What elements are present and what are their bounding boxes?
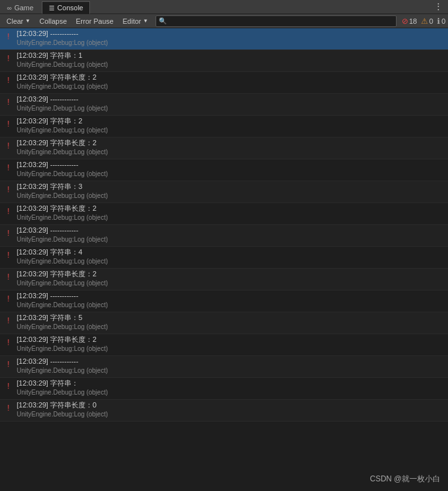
log-main-text: [12:03:29] ------------	[17, 94, 445, 104]
log-text: [12:03:29] 字符串：2UnityEngine.Debug:Log (o…	[17, 116, 445, 135]
log-main-text: [12:03:29] 字符串：	[17, 379, 445, 388]
log-sub-text: UnityEngine.Debug:Log (object)	[17, 257, 445, 266]
log-row[interactable]: ![12:03:29] 字符串长度：0UnityEngine.Debug:Log…	[0, 400, 448, 422]
log-main-text: [12:03:29] ------------	[17, 226, 445, 235]
log-text: [12:03:29] ------------UnityEngine.Debug…	[17, 291, 445, 310]
console-log-area[interactable]: ![12:03:29] ------------UnityEngine.Debu…	[0, 28, 448, 491]
log-error-icon: !	[3, 249, 14, 260]
log-sub-text: UnityEngine.Debug:Log (object)	[17, 39, 445, 48]
editor-button[interactable]: Editor ▼	[119, 15, 152, 27]
log-text: [12:03:29] 字符串长度：2UnityEngine.Debug:Log …	[17, 138, 445, 157]
log-main-text: [12:03:29] 字符串长度：2	[17, 73, 445, 82]
log-error-icon: !	[3, 139, 14, 151]
tab-game[interactable]: ∞ Game	[0, 1, 40, 14]
log-row[interactable]: ![12:03:29] 字符串：4UnityEngine.Debug:Log (…	[0, 247, 448, 269]
log-main-text: [12:03:29] ------------	[17, 160, 445, 170]
log-sub-text: UnityEngine.Debug:Log (object)	[17, 148, 445, 157]
clear-button[interactable]: Clear ▼	[3, 15, 34, 27]
log-error-icon: !	[3, 227, 14, 238]
log-error-icon: !	[3, 183, 14, 195]
more-options-button[interactable]: ⋮	[429, 0, 448, 13]
log-error-icon: !	[3, 74, 14, 85]
log-error-icon: !	[3, 336, 14, 348]
log-main-text: [12:03:29] 字符串：3	[17, 182, 445, 192]
log-sub-text: UnityEngine.Debug:Log (object)	[17, 213, 445, 222]
log-main-text: [12:03:29] ------------	[17, 29, 445, 39]
log-row[interactable]: ![12:03:29] 字符串长度：2UnityEngine.Debug:Log…	[0, 334, 448, 356]
log-main-text: [12:03:29] ------------	[17, 291, 445, 301]
log-text: [12:03:29] ------------UnityEngine.Debug…	[17, 29, 445, 48]
log-error-icon: !	[3, 161, 14, 173]
log-error-icon: !	[3, 314, 14, 326]
log-row[interactable]: ![12:03:29] ------------UnityEngine.Debu…	[0, 225, 448, 247]
log-row[interactable]: ![12:03:29] 字符串长度：2UnityEngine.Debug:Log…	[0, 72, 448, 94]
search-container: 🔍	[156, 15, 396, 27]
log-row[interactable]: ![12:03:29] 字符串：UnityEngine.Debug:Log (o…	[0, 378, 448, 400]
log-sub-text: UnityEngine.Debug:Log (object)	[17, 104, 445, 113]
log-row[interactable]: ![12:03:29] ------------UnityEngine.Debu…	[0, 290, 448, 312]
log-main-text: [12:03:29] 字符串：2	[17, 116, 445, 126]
log-error-icon: !	[3, 358, 14, 370]
toolbar: Clear ▼ Collapse Error Pause Editor ▼ 🔍 …	[0, 14, 448, 28]
log-error-icon: !	[3, 402, 14, 413]
log-main-text: [12:03:29] 字符串长度：2	[17, 138, 445, 148]
log-text: [12:03:29] 字符串：3UnityEngine.Debug:Log (o…	[17, 182, 445, 201]
warn-badge[interactable]: ⚠ 0	[421, 17, 433, 26]
log-row[interactable]: ![12:03:29] 字符串：3UnityEngine.Debug:Log (…	[0, 181, 448, 203]
log-row[interactable]: ![12:03:29] 字符串长度：2UnityEngine.Debug:Log…	[0, 203, 448, 225]
log-sub-text: UnityEngine.Debug:Log (object)	[17, 235, 445, 244]
info-badge[interactable]: ℹ 0	[437, 17, 445, 26]
log-sub-text: UnityEngine.Debug:Log (object)	[17, 82, 445, 91]
info-count: 0	[442, 17, 445, 25]
log-error-icon: !	[3, 380, 14, 391]
log-sub-text: UnityEngine.Debug:Log (object)	[17, 301, 445, 310]
warn-count: 0	[429, 17, 433, 25]
log-error-icon: !	[3, 96, 14, 107]
log-text: [12:03:29] 字符串：1UnityEngine.Debug:Log (o…	[17, 51, 445, 69]
log-error-icon: !	[3, 292, 14, 304]
log-row[interactable]: ![12:03:29] 字符串：5UnityEngine.Debug:Log (…	[0, 312, 448, 334]
log-sub-text: UnityEngine.Debug:Log (object)	[17, 323, 445, 332]
log-text: [12:03:29] ------------UnityEngine.Debug…	[17, 94, 445, 113]
tab-game-label: Game	[14, 4, 33, 12]
log-text: [12:03:29] 字符串长度：2UnityEngine.Debug:Log …	[17, 73, 445, 91]
clear-label: Clear	[6, 17, 23, 25]
error-badge[interactable]: ⊘ 18	[402, 17, 417, 26]
log-sub-text: UnityEngine.Debug:Log (object)	[17, 170, 445, 179]
log-error-icon: !	[3, 52, 14, 64]
log-row[interactable]: ![12:03:29] 字符串长度：2UnityEngine.Debug:Log…	[0, 269, 448, 290]
log-text: [12:03:29] ------------UnityEngine.Debug…	[17, 160, 445, 179]
log-main-text: [12:03:29] 字符串：5	[17, 313, 445, 323]
log-text: [12:03:29] 字符串长度：0UnityEngine.Debug:Log …	[17, 400, 445, 419]
log-text: [12:03:29] 字符串：UnityEngine.Debug:Log (ob…	[17, 379, 445, 397]
collapse-label: Collapse	[39, 17, 67, 25]
error-pause-button[interactable]: Error Pause	[72, 15, 118, 27]
log-sub-text: UnityEngine.Debug:Log (object)	[17, 126, 445, 135]
error-icon: ⊘	[402, 17, 408, 26]
log-row[interactable]: ![12:03:29] ------------UnityEngine.Debu…	[0, 159, 448, 181]
tab-console[interactable]: ☰ Console	[42, 1, 90, 14]
log-error-icon: !	[3, 118, 14, 129]
editor-label: Editor	[123, 17, 141, 25]
log-main-text: [12:03:29] 字符串长度：0	[17, 400, 445, 410]
log-row[interactable]: ![12:03:29] ------------UnityEngine.Debu…	[0, 28, 448, 50]
log-error-icon: !	[3, 271, 14, 282]
log-row[interactable]: ![12:03:29] 字符串：1UnityEngine.Debug:Log (…	[0, 50, 448, 72]
log-text: [12:03:29] 字符串长度：2UnityEngine.Debug:Log …	[17, 269, 445, 288]
log-sub-text: UnityEngine.Debug:Log (object)	[17, 388, 445, 397]
log-row[interactable]: ![12:03:29] ------------UnityEngine.Debu…	[0, 356, 448, 378]
log-main-text: [12:03:29] 字符串长度：2	[17, 204, 445, 213]
editor-dropdown-icon: ▼	[143, 18, 148, 24]
log-row[interactable]: ![12:03:29] 字符串：2UnityEngine.Debug:Log (…	[0, 116, 448, 138]
log-main-text: [12:03:29] 字符串：1	[17, 51, 445, 60]
info-icon: ℹ	[437, 17, 440, 26]
tab-console-label: Console	[57, 4, 83, 12]
collapse-button[interactable]: Collapse	[35, 15, 71, 27]
log-text: [12:03:29] 字符串：4UnityEngine.Debug:Log (o…	[17, 247, 445, 266]
log-row[interactable]: ![12:03:29] ------------UnityEngine.Debu…	[0, 94, 448, 116]
search-input[interactable]	[168, 17, 393, 25]
log-row[interactable]: ![12:03:29] 字符串长度：2UnityEngine.Debug:Log…	[0, 138, 448, 159]
log-main-text: [12:03:29] 字符串长度：2	[17, 335, 445, 344]
log-sub-text: UnityEngine.Debug:Log (object)	[17, 410, 445, 419]
log-sub-text: UnityEngine.Debug:Log (object)	[17, 60, 445, 69]
